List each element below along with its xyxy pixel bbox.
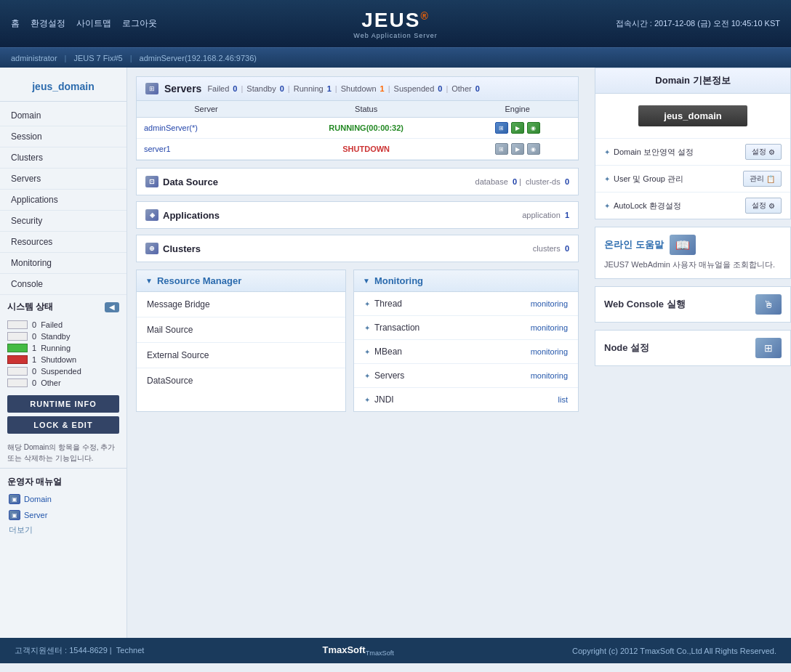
manager-more-link[interactable]: 더보기 bbox=[0, 523, 127, 537]
monitoring-transaction: ✦ Transaction monitoring bbox=[354, 316, 578, 340]
domain-info-panel: Domain 기본정보 jeus_domain ✦ Domain 보안영역 설정… bbox=[595, 68, 791, 219]
monitoring-servers-link[interactable]: monitoring bbox=[531, 371, 568, 380]
footer-technet-link[interactable]: Technet bbox=[116, 646, 145, 655]
monitoring-transaction-link[interactable]: monitoring bbox=[531, 323, 568, 332]
logo-title: JEUS® bbox=[353, 9, 437, 32]
settings-icon: ⚙ bbox=[768, 148, 775, 156]
data-source-row: ⊡ Data Source database 0 | cluster-ds 0 bbox=[136, 168, 579, 195]
sidebar-item-applications[interactable]: Applications bbox=[0, 190, 127, 211]
servers-gear-icon: ✦ bbox=[364, 372, 370, 380]
system-status-toggle[interactable]: ◀ bbox=[105, 302, 119, 312]
applications-row: ◈ Applications application 1 bbox=[136, 201, 579, 229]
col-engine: Engine bbox=[457, 101, 578, 118]
sidebar-item-clusters[interactable]: Clusters bbox=[0, 147, 127, 169]
bottom-sections: ▼ Resource Manager Message Bridge Mail S… bbox=[136, 270, 579, 412]
domain-autolock-item: ✦ AutoLock 환경설정 설정 ⚙ bbox=[595, 192, 790, 219]
monitoring-title: Monitoring bbox=[374, 275, 423, 286]
monitoring-thread-label: Thread bbox=[374, 299, 402, 309]
admin-server: adminServer(192.168.2.46:9736) bbox=[140, 54, 257, 62]
manager-menu-title: 운영자 매뉴얼 bbox=[0, 468, 127, 491]
applications-icon: ◈ bbox=[145, 209, 158, 221]
content-area: ⊞ Servers Failed 0 | Standby 0 | Running… bbox=[127, 68, 587, 638]
status-shutdown: 1 Shutdown bbox=[7, 354, 119, 365]
rm-item-external-source[interactable]: External Source bbox=[137, 343, 345, 368]
runtime-info-button[interactable]: RUNTIME INFO bbox=[7, 395, 119, 413]
engine-icons-2: ⊞ ▶ ◉ bbox=[464, 143, 571, 155]
clusters-stats: clusters 0 bbox=[533, 244, 569, 253]
node-setting-panel[interactable]: Node 설정 ⊞ bbox=[595, 330, 791, 366]
monitoring-jndi-link[interactable]: list bbox=[558, 395, 568, 404]
server-name-1[interactable]: adminServer(*) bbox=[137, 118, 276, 139]
servers-table: Server Status Engine adminServer(*) RUNN… bbox=[137, 101, 578, 160]
engine-icon-1a[interactable]: ⊞ bbox=[495, 122, 508, 134]
manager-menu-domain[interactable]: ▣ Domain bbox=[0, 491, 127, 507]
status-bar-running bbox=[7, 344, 28, 352]
domain-security-item: ✦ Domain 보안영역 설정 설정 ⚙ bbox=[595, 138, 790, 165]
rm-arrow-icon: ▼ bbox=[145, 277, 153, 285]
monitoring-mbean: ✦ MBean monitoring bbox=[354, 340, 578, 364]
data-source-title[interactable]: ⊡ Data Source bbox=[145, 176, 218, 187]
nav-settings[interactable]: 환경설정 bbox=[31, 17, 65, 30]
resource-manager-section: ▼ Resource Manager Message Bridge Mail S… bbox=[136, 270, 346, 412]
nav-home[interactable]: 홈 bbox=[11, 17, 20, 30]
engine-icon-1c[interactable]: ◉ bbox=[527, 122, 540, 134]
server-status-1: RUNNING(00:00:32) bbox=[329, 124, 403, 132]
lock-edit-desc: 해당 Domain의 항목을 수정, 추가 또는 삭제하는 기능입니다. bbox=[0, 437, 127, 468]
domain-user-group-btn[interactable]: 관리 📋 bbox=[743, 171, 782, 187]
clusters-title[interactable]: ⊕ Clusters bbox=[145, 243, 201, 254]
servers-header: ⊞ Servers Failed 0 | Standby 0 | Running… bbox=[137, 77, 578, 101]
sidebar-item-security[interactable]: Security bbox=[0, 211, 127, 232]
top-nav: 홈 환경설정 사이트맵 로그아웃 bbox=[11, 17, 157, 30]
rm-item-mail-source[interactable]: Mail Source bbox=[137, 317, 345, 343]
manager-menu-server[interactable]: ▣ Server bbox=[0, 507, 127, 523]
sidebar-item-monitoring[interactable]: Monitoring bbox=[0, 253, 127, 274]
online-help-icon[interactable]: 📖 bbox=[670, 235, 696, 255]
sidebar-item-domain[interactable]: Domain bbox=[0, 105, 127, 126]
rm-item-message-bridge[interactable]: Message Bridge bbox=[137, 292, 345, 317]
sidebar-item-session[interactable]: Session bbox=[0, 126, 127, 147]
manager-domain-icon: ▣ bbox=[9, 494, 20, 504]
engine-icon-1b[interactable]: ▶ bbox=[511, 122, 524, 134]
online-help-panel: 온라인 도움말 📖 JEUS7 WebAdmin 사용자 매뉴얼을 조회합니다. bbox=[595, 227, 791, 279]
engine-icon-2b[interactable]: ▶ bbox=[511, 143, 524, 155]
manager-server-icon: ▣ bbox=[9, 510, 20, 520]
sub-header: administrator | JEUS 7 Fix#5 | adminServ… bbox=[0, 47, 791, 68]
monitoring-section: ▼ Monitoring ✦ Thread monitoring ✦ Trans… bbox=[353, 270, 579, 412]
sidebar-item-servers[interactable]: Servers bbox=[0, 169, 127, 190]
status-suspended: 0 Suspended bbox=[7, 365, 119, 377]
sidebar-item-console[interactable]: Console bbox=[0, 274, 127, 295]
sidebar-item-resources[interactable]: Resources bbox=[0, 232, 127, 253]
status-bar-other bbox=[7, 378, 28, 387]
monitoring-servers: ✦ Servers monitoring bbox=[354, 364, 578, 388]
domain-autolock-btn[interactable]: 설정 ⚙ bbox=[745, 198, 782, 214]
server-name-2[interactable]: server1 bbox=[137, 139, 276, 160]
domain-info-header: Domain 기본정보 bbox=[595, 68, 790, 94]
footer-support: 고객지원센터 : 1544-8629 | Technet bbox=[15, 645, 144, 656]
rm-item-datasource[interactable]: DataSource bbox=[137, 368, 345, 393]
lock-edit-button[interactable]: LOCK & EDIT bbox=[7, 416, 119, 434]
web-console-panel[interactable]: Web Console 실행 🖱 bbox=[595, 286, 791, 323]
domain-security-btn[interactable]: 설정 ⚙ bbox=[745, 144, 782, 160]
applications-title[interactable]: ◈ Applications bbox=[145, 209, 220, 221]
security-gear-icon: ✦ bbox=[604, 148, 610, 156]
domain-security-label: ✦ Domain 보안영역 설정 bbox=[604, 147, 694, 158]
monitoring-thread-link[interactable]: monitoring bbox=[531, 299, 568, 308]
sidebar-domain-name[interactable]: jeus_domain bbox=[0, 75, 127, 102]
footer: 고객지원센터 : 1544-8629 | Technet TmaxSoftTma… bbox=[0, 638, 791, 663]
domain-name-button[interactable]: jeus_domain bbox=[638, 105, 747, 126]
status-standby: 0 Standby bbox=[7, 331, 119, 342]
resource-manager-title[interactable]: Resource Manager bbox=[157, 275, 241, 286]
nav-sitemap[interactable]: 사이트맵 bbox=[76, 17, 111, 30]
monitoring-transaction-left: ✦ Transaction bbox=[364, 323, 419, 333]
servers-title: Servers bbox=[164, 83, 201, 94]
monitoring-mbean-link[interactable]: monitoring bbox=[531, 347, 568, 356]
domain-user-group-label: ✦ User 및 Group 관리 bbox=[604, 174, 683, 185]
engine-icon-2c[interactable]: ◉ bbox=[527, 143, 540, 155]
monitoring-arrow-icon: ▼ bbox=[363, 277, 370, 285]
engine-icon-2a[interactable]: ⊞ bbox=[495, 143, 508, 155]
monitoring-servers-label: Servers bbox=[374, 371, 404, 381]
monitoring-mbean-label: MBean bbox=[374, 347, 402, 357]
status-other: 0 Other bbox=[7, 377, 119, 389]
manage-icon: 📋 bbox=[766, 175, 775, 183]
nav-logout[interactable]: 로그아웃 bbox=[122, 17, 157, 30]
